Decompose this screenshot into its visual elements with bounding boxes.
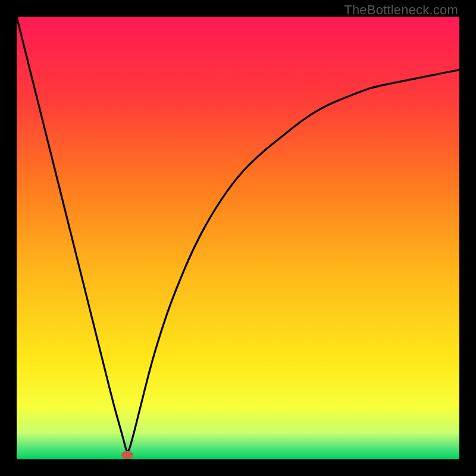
minimum-marker: [121, 451, 133, 459]
chart-frame: [17, 17, 459, 459]
watermark-text: TheBottleneck.com: [344, 2, 458, 18]
bottleneck-chart: [17, 17, 459, 459]
